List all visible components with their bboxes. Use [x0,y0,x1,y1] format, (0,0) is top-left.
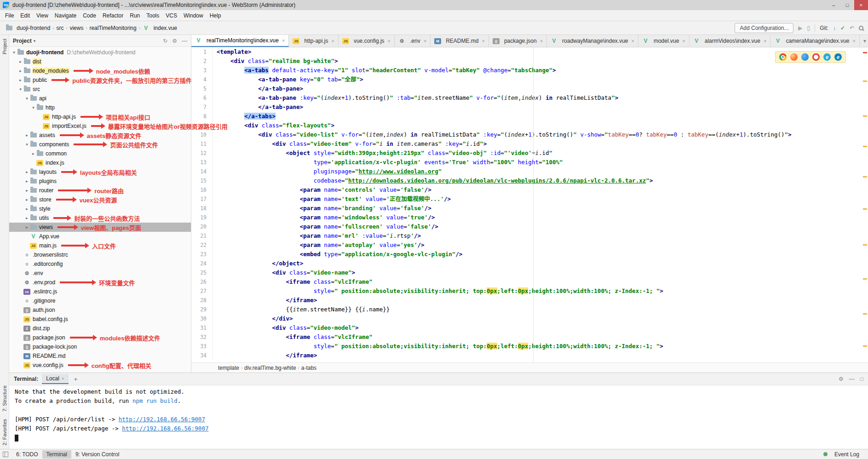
tree-chevron-icon[interactable]: ▸ [24,197,30,202]
tree-chevron-icon[interactable]: ▸ [17,59,23,64]
tree-item-vue-config-js[interactable]: JSvue.config.jsconfig配置、代理相关 [9,361,191,370]
browser-icon-edge[interactable] [834,53,842,61]
tree-item-index-js[interactable]: JSindex.js [9,158,191,167]
terminal-tab-local[interactable]: Local × [42,374,69,384]
tree-chevron-icon[interactable]: ▸ [24,170,30,174]
code-line[interactable]: 8 </a-tabs> [191,112,868,121]
tree-chevron-icon[interactable]: ▸ [24,133,30,138]
editor-tab-2[interactable]: JSvue.config.js× [339,35,395,47]
event-log-button[interactable]: Event Log [830,450,863,459]
tool-button-project[interactable]: Project [2,35,7,58]
editor-tab-4[interactable]: MREADME.md× [431,35,489,47]
tab-close-icon[interactable]: × [852,38,855,44]
menu-edit[interactable]: Edit [17,11,33,20]
tree-item-src[interactable]: ▾src [9,85,191,94]
code-line[interactable]: 32 <iframe class="vlcIframe" [191,333,868,342]
browser-icon-chrome[interactable] [779,53,787,61]
close-button[interactable]: × [854,0,868,10]
git-commit-icon[interactable]: ✓ [840,25,845,31]
tree-item-public[interactable]: ▸publicpublic资源文件夹，一般放引用的第三方插件 [9,75,191,85]
code-line[interactable]: 13 type='application/x-vlc-plugin' event… [191,158,868,167]
tree-item-http-api-js[interactable]: JShttp-api.js项目相关api接口 [9,112,191,121]
tree-item-auth-json[interactable]: {}auth.json [9,305,191,315]
tree-item--editorconfig[interactable]: ≡.editorconfig [9,259,191,269]
tree-item--eslintrc-js[interactable]: es.eslintrc.js [9,287,191,296]
editor-tab-7[interactable]: Vmodel.vue× [638,35,690,47]
code-line[interactable]: 29 {{item.streetName}} {{i.name}} [191,305,868,314]
menu-view[interactable]: View [33,11,52,20]
tree-chevron-icon[interactable]: ▸ [17,69,23,73]
tree-item-style[interactable]: ▸style [9,204,191,213]
code-line[interactable]: 27 style=" position:absolute;visibility:… [191,287,868,296]
refresh-icon[interactable]: ↻ [163,38,167,44]
code-line[interactable]: 5 </a-tab-pane> [191,84,868,93]
code-line[interactable]: 30 </div> [191,314,868,323]
code-line[interactable]: 18 <param name='branding' value='false'/… [191,204,868,213]
tree-item-importexcel-js[interactable]: JSimportExcel.js暴露环境变量地址给图片or视频资源路径引用 [9,121,191,131]
breadcrumb-item-index-vue[interactable]: Vindex.vue [141,24,179,32]
tree-chevron-icon[interactable]: ▸ [24,225,30,230]
run-icon[interactable]: ▶ [798,25,802,31]
code-line[interactable]: 20 <param name='fullscreen' value='false… [191,222,868,231]
tree-chevron-icon[interactable]: ▾ [17,87,23,92]
tree-item--env[interactable]: ⚙.env [9,269,191,278]
tab-close-icon[interactable]: × [424,38,426,44]
tree-item-duoji-frontend[interactable]: ▾duoji-frontendD:\zheheWeb\duoji-fronten… [9,48,191,57]
editor-tab-3[interactable]: ⚙.env× [395,35,431,47]
tree-item-layouts[interactable]: ▸layoutslayouts全局布局相关 [9,167,191,177]
tree-item-dist[interactable]: ▸dist [9,57,191,66]
tab-close-icon[interactable]: × [388,38,391,44]
tree-item-components[interactable]: ▾components页面公共组件文件 [9,140,191,149]
tree-item-store[interactable]: ▸storevuex公共资源 [9,195,191,204]
code-line[interactable]: 33 style=" position:absolute;visibility:… [191,342,868,351]
minimize-button[interactable]: – [827,0,840,10]
code-line[interactable]: 12 <object style="width:390px;height:219… [191,149,868,158]
tree-item-views[interactable]: ▸viewsview视图、pages页面 [9,223,191,232]
code-line[interactable]: 7 </a-tab-pane> [191,103,868,112]
code-line[interactable]: 1<template> [191,47,868,57]
tree-item-dist-zip[interactable]: Zdist.zip [9,324,191,333]
tab-close-icon[interactable]: × [682,38,685,44]
terminal-restore-icon[interactable]: □ [860,376,863,382]
code-line[interactable]: 6 <a-tab-pane :key="(index+1).toString()… [191,93,868,103]
terminal-settings-icon[interactable]: ⚙ [839,376,844,382]
tree-item--env-prod[interactable]: ⚙.env.prod环境变量文件 [9,278,191,287]
browser-icon-opera[interactable] [812,53,820,61]
status-item-9-version-control[interactable]: 9: Version Control [71,450,123,459]
editor-breadcrumb-0[interactable]: template [218,365,239,371]
code-line[interactable]: 26 <iframe class="vlcIframe" [191,277,868,287]
tree-item-http[interactable]: ▾http [9,103,191,112]
code-area[interactable]: 1<template>2 <div class="realTime bg-whi… [191,47,868,362]
terminal-link[interactable]: http://192.168.66.56:9007 [122,425,208,432]
tree-item-api[interactable]: ▾api [9,94,191,103]
editor-tab-5[interactable]: {}package.json× [489,35,547,47]
tree-item-package-lock-json[interactable]: {}package-lock.json [9,342,191,351]
tree-chevron-icon[interactable]: ▸ [17,78,23,82]
editor-breadcrumb-2[interactable]: a-tabs [301,365,316,371]
code-line[interactable]: 9 <div class="flex-layouts"> [191,121,868,130]
close-icon[interactable]: × [62,376,64,381]
project-panel-title[interactable]: Project [13,38,32,44]
add-configuration-button[interactable]: Add Configuration... [735,23,793,33]
tab-close-icon[interactable]: × [331,38,334,44]
terminal-minimize-icon[interactable]: — [849,376,855,382]
terminal-link[interactable]: http://192.168.66.56:9007 [119,416,205,423]
breadcrumb-item-src[interactable]: src [54,24,65,32]
code-line[interactable]: 22 <param name='autoplay' value='yes'/> [191,241,868,250]
editor-tab-8[interactable]: ValarmVideos\index.vue× [690,35,771,47]
gear-icon[interactable]: ⚙ [172,38,177,44]
tree-item--gitignore[interactable]: ≡.gitignore [9,296,191,305]
menu-file[interactable]: File [2,11,17,20]
editor-breadcrumb-1[interactable]: div.realTime.bg-white [244,365,296,371]
tree-item-main-js[interactable]: JSmain.js入口文件 [9,241,191,250]
tree-chevron-icon[interactable]: ▸ [24,216,30,220]
tree-chevron-icon[interactable]: ▸ [30,151,36,156]
tree-item-plugins[interactable]: ▸plugins [9,177,191,186]
code-line[interactable]: 4 <a-tab-pane key="0" tab="全部"> [191,75,868,84]
menu-help[interactable]: Help [207,11,224,20]
editor-tab-9[interactable]: VcameraManage\index.vue× [770,35,860,47]
status-item-terminal[interactable]: Terminal [42,450,71,459]
search-icon[interactable] [859,26,863,30]
tree-item-app-vue[interactable]: VApp.vue [9,232,191,241]
tree-item--browserslistrc[interactable]: ≡.browserslistrc [9,250,191,259]
